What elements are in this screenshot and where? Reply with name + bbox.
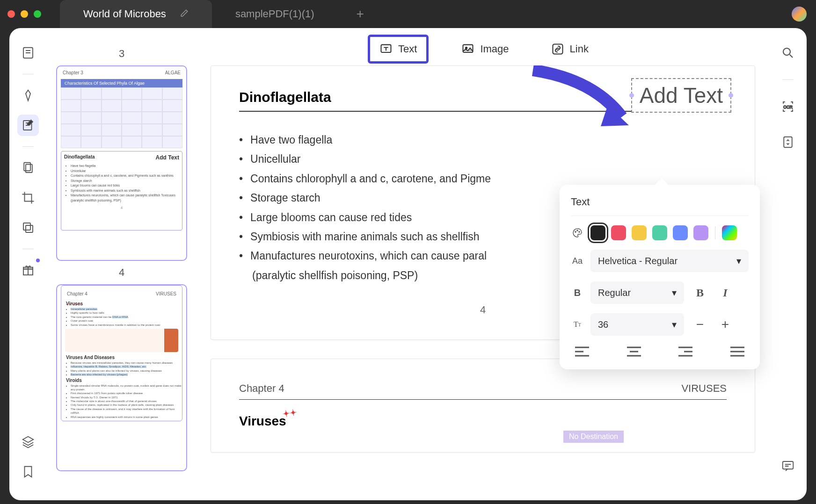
chapter-label: Chapter 4 [239,382,284,395]
crop-tool[interactable] [17,187,39,209]
svg-rect-2 [24,163,30,171]
color-custom[interactable] [722,225,737,240]
align-right-button[interactable] [677,345,694,358]
size-icon: TT [571,318,584,331]
tab-world-of-microbes[interactable]: World of Microbes [60,0,212,28]
reader-tool[interactable] [17,42,39,64]
clipboard-tool[interactable] [17,157,39,179]
size-row: TT 36 ▾ − + [571,313,749,336]
bookmark-tool[interactable] [17,461,39,482]
insert-text-button[interactable]: Text [368,35,429,64]
list-item: Unicellular [239,150,727,169]
gift-tool[interactable] [17,259,39,281]
divider [571,216,749,216]
scribble-annotation-icon: ✦✦ [282,407,297,419]
align-row [571,345,749,358]
main-area: 3 Chapter 3 ALGAE Characteristics Of Sel… [9,28,807,500]
list-item: Manufactures neurotoxins, which can caus… [71,193,179,203]
color-swatch[interactable] [673,225,688,240]
color-row [571,225,749,240]
page-heading: Dinoflagellata Add Text [239,89,727,112]
align-center-button[interactable] [626,345,642,358]
ocr-button[interactable]: OCR [777,96,799,117]
search-button[interactable] [777,42,799,64]
notification-dot [36,259,40,262]
pencil-icon[interactable] [180,8,189,20]
add-text-placeholder[interactable]: Add Text [631,78,731,113]
color-swatch[interactable] [611,225,626,240]
palette-icon [571,226,584,239]
svg-text:OCR: OCR [783,105,792,109]
color-swatch[interactable] [590,225,605,240]
thumbnail-page-3[interactable] [56,28,187,42]
chevron-down-icon: ▾ [672,287,677,298]
thumb-subject: VIRUSES [156,291,176,296]
bold-icon: B [571,286,584,299]
thumb-section-viroids: Viroids [61,377,182,384]
font-icon: Aa [571,254,584,267]
weight-select[interactable]: Regular ▾ [590,281,684,304]
app-logo-icon [792,7,807,22]
no-destination-badge: No Destination [563,431,624,443]
color-swatch[interactable] [693,225,708,240]
thumb-dino-title: Dinoflagellata [64,154,95,161]
align-left-button[interactable] [574,345,590,358]
thumb-subject: ALGAE [165,70,181,75]
insert-image-button[interactable]: Image [452,37,518,61]
svg-rect-3 [26,165,32,173]
weight-row: B Regular ▾ B I [571,281,749,304]
page-header: Chapter 4 VIRUSES [239,382,727,400]
divider [715,226,715,239]
tool-label: Link [570,43,589,55]
tab-label: samplePDF(1)(1) [235,8,314,20]
svg-rect-5 [26,225,33,232]
thumbnail-page-5[interactable]: Chapter 4 VIRUSES Viruses Intracellular … [56,284,187,471]
tool-label: Image [480,43,509,55]
thumb-add-text: Add Text [156,154,179,161]
divider [22,74,34,74]
close-window-button[interactable] [7,10,15,18]
chevron-down-icon: ▾ [736,255,741,266]
divider [782,79,794,80]
increase-size-button[interactable]: + [716,315,735,334]
svg-rect-14 [783,461,794,469]
insert-toolbar: Text Image Link [197,33,769,65]
layers-tool[interactable] [17,431,39,453]
maximize-window-button[interactable] [34,10,41,18]
align-justify-button[interactable] [729,345,746,358]
tab-samplepdf[interactable]: samplePDF(1)(1) [212,0,338,28]
minimize-window-button[interactable] [21,10,28,18]
thumb-chapter: Chapter 3 [63,70,83,75]
thumb-section-viruses: Viruses [61,300,182,307]
list-item: Storage starch [71,179,179,184]
thumbnail-page-4[interactable]: Chapter 3 ALGAE Characteristics Of Selec… [56,65,187,261]
traffic-lights [7,10,41,18]
insert-link-button[interactable]: Link [542,37,598,61]
decrease-size-button[interactable]: − [691,315,709,334]
font-row: Aa Helvetica - Regular ▾ [571,250,749,272]
size-select[interactable]: 36 ▾ [590,313,684,336]
edit-tool[interactable] [17,115,39,136]
svg-point-16 [577,230,578,231]
font-select[interactable]: Helvetica - Regular ▾ [590,250,749,272]
color-swatch[interactable] [652,225,667,240]
document-tabs: World of Microbes samplePDF(1)(1) + [60,0,364,28]
add-tab-button[interactable]: + [357,7,364,22]
subject-label: VIRUSES [681,382,727,395]
thumb-dino-section: Dinoflagellata Add Text Have two flagell… [61,151,182,230]
italic-button[interactable]: I [716,283,735,302]
text-format-popup: Text Aa Helvetica - Regular ▾ B Regular … [560,185,760,369]
bold-button[interactable]: B [691,283,709,302]
list-item: Large blooms can cause red tides [71,183,179,188]
thumb-chapter: Chapter 4 [67,291,87,296]
thumbnail-label: 4 [56,266,187,279]
divider [22,146,34,147]
highlighter-tool[interactable] [17,85,39,106]
color-swatch[interactable] [632,225,647,240]
convert-button[interactable] [777,131,799,153]
comments-button[interactable] [777,455,799,477]
stamp-tool[interactable] [17,217,39,238]
tool-label: Text [398,43,417,55]
list-item: Symbiosis with marine animals such as sh… [71,188,179,194]
list-item: Contains chlorophyll a and c, carotene, … [71,173,179,179]
